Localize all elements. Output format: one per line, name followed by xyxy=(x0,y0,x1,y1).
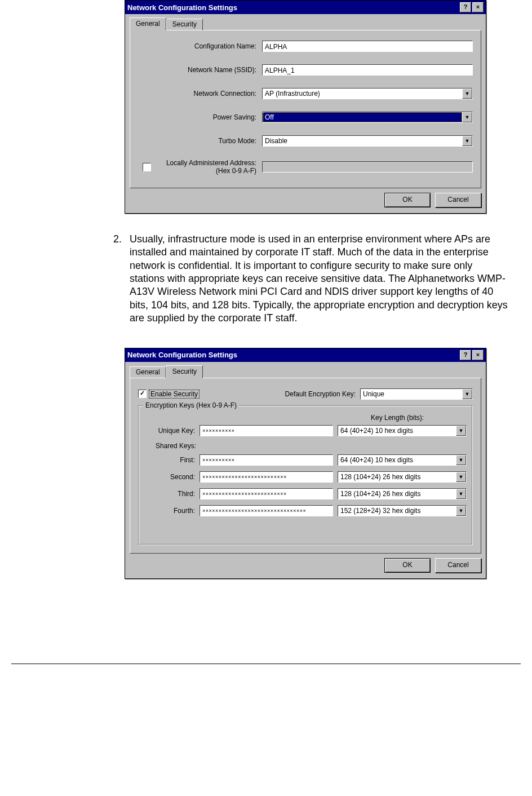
groupbox-title: Encryption Keys (Hex 0-9 A-F) xyxy=(143,401,239,409)
first-key-length-combo[interactable]: 64 (40+24) 10 hex digits ▼ xyxy=(338,454,467,466)
third-key-length-value: 128 (104+24) 26 hex digits xyxy=(338,489,456,499)
fourth-key-label: Fourth: xyxy=(144,507,200,515)
fourth-key-length-combo[interactable]: 152 (128+24) 32 hex digits ▼ xyxy=(338,505,467,516)
titlebar: Network Configuration Settings ? × xyxy=(125,348,486,362)
cancel-button[interactable]: Cancel xyxy=(435,558,481,573)
ok-button[interactable]: OK xyxy=(384,558,431,573)
first-key-input[interactable]: ×××××××××× xyxy=(200,454,333,466)
general-panel: Configuration Name: ALPHA Network Name (… xyxy=(130,30,481,188)
third-key-input[interactable]: ×××××××××××××××××××××××××× xyxy=(200,488,333,499)
tab-security[interactable]: Security xyxy=(166,19,203,30)
network-config-dialog-general: Network Configuration Settings ? × Gener… xyxy=(125,0,486,214)
turbo-mode-value: Disable xyxy=(263,136,462,146)
unique-key-input[interactable]: ×××××××××× xyxy=(200,425,333,436)
chevron-down-icon[interactable]: ▼ xyxy=(462,112,472,122)
laa-label: Locally Administered Address: (Hex 0-9 A… xyxy=(155,159,262,175)
tab-general[interactable]: General xyxy=(130,366,166,378)
fourth-key-input[interactable]: ×××××××××××××××××××××××××××××××× xyxy=(200,505,333,516)
second-key-length-combo[interactable]: 128 (104+24) 26 hex digits ▼ xyxy=(338,471,467,483)
enable-security-label: Enable Security xyxy=(149,390,200,399)
chevron-down-icon[interactable]: ▼ xyxy=(462,89,472,99)
power-saving-combo[interactable]: Off ▼ xyxy=(262,112,473,123)
turbo-mode-label: Turbo Mode: xyxy=(138,137,262,145)
ok-button[interactable]: OK xyxy=(384,193,431,207)
laa-checkbox[interactable] xyxy=(143,163,151,171)
third-key-label: Third: xyxy=(144,490,200,498)
help-button[interactable]: ? xyxy=(460,2,471,12)
laa-input[interactable] xyxy=(262,161,473,173)
security-panel: ✓ Enable Security Default Encryption Key… xyxy=(130,378,481,554)
network-config-dialog-security: Network Configuration Settings ? × Gener… xyxy=(125,348,486,579)
network-connection-value: AP (Infrastructure) xyxy=(263,89,462,99)
ssid-input[interactable]: ALPHA_1 xyxy=(262,64,473,76)
titlebar-text: Network Configuration Settings xyxy=(127,3,460,12)
chevron-down-icon[interactable]: ▼ xyxy=(462,389,472,399)
config-name-label: Configuration Name: xyxy=(138,42,262,50)
footer-divider xyxy=(11,664,521,664)
turbo-mode-combo[interactable]: Disable ▼ xyxy=(262,135,473,147)
default-key-value: Unique xyxy=(361,389,462,399)
power-saving-value: Off xyxy=(263,112,462,122)
second-key-input[interactable]: ×××××××××××××××××××××××××× xyxy=(200,471,333,483)
chevron-down-icon[interactable]: ▼ xyxy=(456,426,466,436)
shared-keys-label: Shared Keys: xyxy=(156,442,467,450)
default-key-combo[interactable]: Unique ▼ xyxy=(360,388,473,400)
fourth-key-length-value: 152 (128+24) 32 hex digits xyxy=(338,506,456,516)
chevron-down-icon[interactable]: ▼ xyxy=(456,455,466,465)
second-key-length-value: 128 (104+24) 26 hex digits xyxy=(338,472,456,482)
chevron-down-icon[interactable]: ▼ xyxy=(456,506,466,516)
unique-key-label: Unique Key: xyxy=(144,427,200,435)
encryption-keys-group: Encryption Keys (Hex 0-9 A-F) Key Length… xyxy=(138,405,473,545)
first-key-label: First: xyxy=(144,456,200,464)
key-length-header: Key Length (bits): xyxy=(371,414,467,422)
first-key-length-value: 64 (40+24) 10 hex digits xyxy=(338,455,456,465)
titlebar: Network Configuration Settings ? × xyxy=(125,1,486,14)
titlebar-text: Network Configuration Settings xyxy=(127,351,460,359)
chevron-down-icon[interactable]: ▼ xyxy=(456,472,466,482)
unique-key-length-combo[interactable]: 64 (40+24) 10 hex digits ▼ xyxy=(338,425,467,436)
cancel-button[interactable]: Cancel xyxy=(435,193,481,207)
paragraph-text: Usually, infrastructure mode is used in … xyxy=(130,233,509,325)
third-key-length-combo[interactable]: 128 (104+24) 26 hex digits ▼ xyxy=(338,488,467,499)
power-saving-label: Power Saving: xyxy=(138,113,262,121)
default-key-label: Default Encryption Key: xyxy=(200,390,360,398)
config-name-input[interactable]: ALPHA xyxy=(262,41,473,52)
close-button[interactable]: × xyxy=(472,2,484,12)
tab-security[interactable]: Security xyxy=(166,365,203,378)
chevron-down-icon[interactable]: ▼ xyxy=(462,136,472,146)
network-connection-label: Network Connection: xyxy=(138,90,262,98)
chevron-down-icon[interactable]: ▼ xyxy=(456,489,466,499)
network-connection-combo[interactable]: AP (Infrastructure) ▼ xyxy=(262,88,473,99)
enable-security-checkbox[interactable]: ✓ xyxy=(138,390,147,398)
list-number: 2. xyxy=(101,233,130,325)
help-button[interactable]: ? xyxy=(460,350,471,360)
second-key-label: Second: xyxy=(144,473,200,481)
ssid-label: Network Name (SSID): xyxy=(138,66,262,74)
tab-general[interactable]: General xyxy=(130,17,166,30)
body-paragraph: 2. Usually, infrastructure mode is used … xyxy=(101,233,509,325)
close-button[interactable]: × xyxy=(472,350,484,360)
unique-key-length-value: 64 (40+24) 10 hex digits xyxy=(338,426,456,436)
